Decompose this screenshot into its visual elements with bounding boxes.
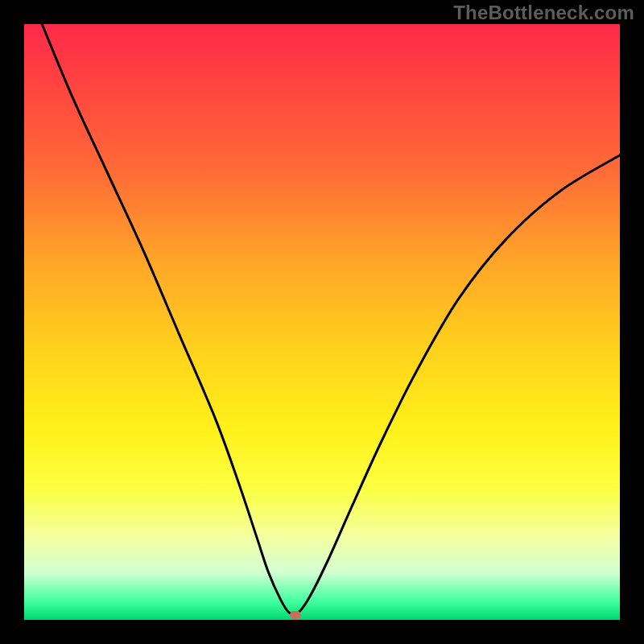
minimum-marker [290, 611, 301, 619]
bottleneck-curve [24, 24, 620, 620]
plot-frame [24, 24, 620, 620]
watermark-text: TheBottleneck.com [453, 2, 634, 24]
